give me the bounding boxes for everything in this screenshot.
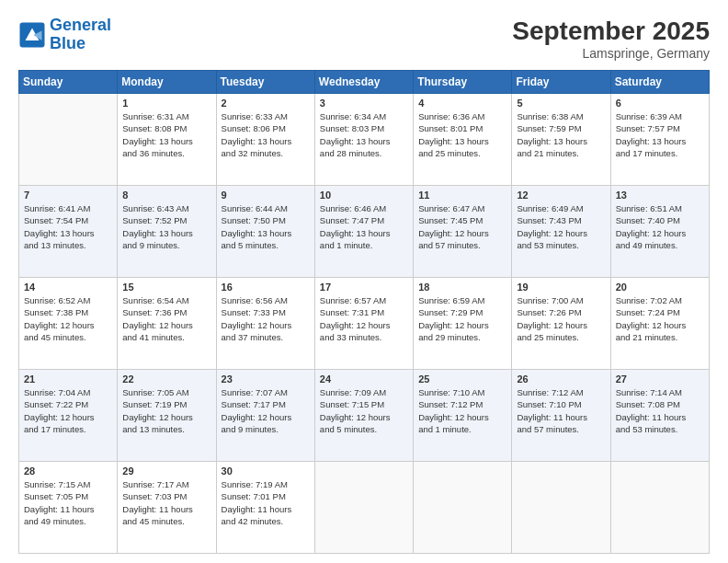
day-number: 1 [122, 98, 210, 109]
day-number: 19 [517, 282, 605, 293]
day-number: 18 [418, 282, 506, 293]
day-number: 3 [320, 98, 408, 109]
calendar-cell: 24Sunrise: 7:09 AM Sunset: 7:15 PM Dayli… [314, 370, 413, 462]
month-title: September 2025 [512, 17, 710, 46]
calendar-week-row: 28Sunrise: 7:15 AM Sunset: 7:05 PM Dayli… [19, 462, 710, 554]
calendar-week-row: 1Sunrise: 6:31 AM Sunset: 8:08 PM Daylig… [19, 94, 710, 186]
day-number: 2 [222, 98, 310, 109]
calendar-cell: 1Sunrise: 6:31 AM Sunset: 8:08 PM Daylig… [118, 94, 216, 186]
cell-info: Sunrise: 7:09 AM Sunset: 7:15 PM Dayligh… [320, 386, 408, 435]
cell-info: Sunrise: 6:44 AM Sunset: 7:50 PM Dayligh… [222, 202, 310, 251]
calendar-cell: 27Sunrise: 7:14 AM Sunset: 7:08 PM Dayli… [610, 370, 709, 462]
cell-info: Sunrise: 6:34 AM Sunset: 8:03 PM Dayligh… [320, 110, 408, 159]
cell-info: Sunrise: 7:15 AM Sunset: 7:05 PM Dayligh… [24, 478, 112, 527]
day-number: 16 [222, 282, 310, 293]
calendar-cell: 6Sunrise: 6:39 AM Sunset: 7:57 PM Daylig… [610, 94, 709, 186]
day-number: 12 [517, 190, 605, 201]
day-number: 9 [222, 190, 310, 201]
calendar-cell: 22Sunrise: 7:05 AM Sunset: 7:19 PM Dayli… [118, 370, 216, 462]
cell-info: Sunrise: 6:41 AM Sunset: 7:54 PM Dayligh… [24, 202, 112, 251]
calendar-cell: 28Sunrise: 7:15 AM Sunset: 7:05 PM Dayli… [19, 462, 118, 554]
cell-info: Sunrise: 6:31 AM Sunset: 8:08 PM Dayligh… [122, 110, 210, 159]
header: General Blue September 2025 Lamspringe, … [18, 17, 710, 61]
calendar-cell: 2Sunrise: 6:33 AM Sunset: 8:06 PM Daylig… [216, 94, 314, 186]
cell-info: Sunrise: 6:57 AM Sunset: 7:31 PM Dayligh… [320, 294, 408, 343]
day-number: 30 [222, 465, 310, 477]
day-number: 22 [122, 373, 210, 385]
day-number: 17 [320, 282, 408, 293]
calendar-cell: 5Sunrise: 6:38 AM Sunset: 7:59 PM Daylig… [512, 94, 610, 186]
calendar-cell: 30Sunrise: 7:19 AM Sunset: 7:01 PM Dayli… [216, 462, 314, 554]
calendar-cell: 26Sunrise: 7:12 AM Sunset: 7:10 PM Dayli… [512, 370, 610, 462]
calendar-header-row: SundayMondayTuesdayWednesdayThursdayFrid… [19, 71, 710, 94]
calendar-cell: 3Sunrise: 6:34 AM Sunset: 8:03 PM Daylig… [314, 94, 413, 186]
cell-info: Sunrise: 6:56 AM Sunset: 7:33 PM Dayligh… [222, 294, 310, 343]
cell-info: Sunrise: 7:05 AM Sunset: 7:19 PM Dayligh… [122, 386, 210, 435]
day-number: 23 [222, 373, 310, 385]
cell-info: Sunrise: 7:17 AM Sunset: 7:03 PM Dayligh… [122, 478, 210, 527]
day-number: 13 [616, 190, 704, 201]
calendar-cell: 23Sunrise: 7:07 AM Sunset: 7:17 PM Dayli… [216, 370, 314, 462]
cell-info: Sunrise: 7:14 AM Sunset: 7:08 PM Dayligh… [616, 386, 704, 435]
calendar-cell [610, 462, 709, 554]
day-number: 11 [418, 190, 506, 201]
cell-info: Sunrise: 6:59 AM Sunset: 7:29 PM Dayligh… [418, 294, 506, 343]
day-number: 6 [616, 98, 704, 109]
cell-info: Sunrise: 7:02 AM Sunset: 7:24 PM Dayligh… [616, 294, 704, 343]
cell-info: Sunrise: 7:12 AM Sunset: 7:10 PM Dayligh… [517, 386, 605, 435]
cell-info: Sunrise: 7:00 AM Sunset: 7:26 PM Dayligh… [517, 294, 605, 343]
calendar-cell: 14Sunrise: 6:52 AM Sunset: 7:38 PM Dayli… [19, 278, 118, 370]
calendar-cell: 18Sunrise: 6:59 AM Sunset: 7:29 PM Dayli… [414, 278, 512, 370]
calendar-cell: 25Sunrise: 7:10 AM Sunset: 7:12 PM Dayli… [414, 370, 512, 462]
location: Lamspringe, Germany [512, 46, 710, 61]
cell-info: Sunrise: 7:07 AM Sunset: 7:17 PM Dayligh… [222, 386, 310, 435]
day-number: 24 [320, 373, 408, 385]
calendar-table: SundayMondayTuesdayWednesdayThursdayFrid… [18, 70, 710, 554]
day-header-friday: Friday [512, 71, 610, 94]
day-number: 28 [24, 465, 112, 477]
calendar-cell: 8Sunrise: 6:43 AM Sunset: 7:52 PM Daylig… [118, 186, 216, 278]
calendar-cell: 4Sunrise: 6:36 AM Sunset: 8:01 PM Daylig… [414, 94, 512, 186]
calendar-cell [512, 462, 610, 554]
day-header-monday: Monday [118, 71, 216, 94]
day-number: 25 [418, 373, 506, 385]
cell-info: Sunrise: 7:10 AM Sunset: 7:12 PM Dayligh… [418, 386, 506, 435]
day-number: 15 [122, 282, 210, 293]
day-number: 8 [122, 190, 210, 201]
day-number: 5 [517, 98, 605, 109]
calendar-cell: 19Sunrise: 7:00 AM Sunset: 7:26 PM Dayli… [512, 278, 610, 370]
day-number: 29 [122, 465, 210, 477]
calendar-week-row: 14Sunrise: 6:52 AM Sunset: 7:38 PM Dayli… [19, 278, 710, 370]
calendar-cell [314, 462, 413, 554]
day-number: 27 [616, 373, 704, 385]
logo-text: General Blue [50, 17, 111, 53]
logo: General Blue [18, 17, 111, 53]
calendar-cell: 13Sunrise: 6:51 AM Sunset: 7:40 PM Dayli… [610, 186, 709, 278]
calendar-cell [19, 94, 118, 186]
day-header-wednesday: Wednesday [314, 71, 413, 94]
logo-line2: Blue [50, 34, 85, 52]
calendar-cell: 12Sunrise: 6:49 AM Sunset: 7:43 PM Dayli… [512, 186, 610, 278]
calendar-cell: 9Sunrise: 6:44 AM Sunset: 7:50 PM Daylig… [216, 186, 314, 278]
cell-info: Sunrise: 6:49 AM Sunset: 7:43 PM Dayligh… [517, 202, 605, 251]
cell-info: Sunrise: 6:38 AM Sunset: 7:59 PM Dayligh… [517, 110, 605, 159]
calendar-cell [414, 462, 512, 554]
calendar-cell: 10Sunrise: 6:46 AM Sunset: 7:47 PM Dayli… [314, 186, 413, 278]
cell-info: Sunrise: 6:52 AM Sunset: 7:38 PM Dayligh… [24, 294, 112, 343]
calendar-cell: 16Sunrise: 6:56 AM Sunset: 7:33 PM Dayli… [216, 278, 314, 370]
day-header-tuesday: Tuesday [216, 71, 314, 94]
calendar-cell: 7Sunrise: 6:41 AM Sunset: 7:54 PM Daylig… [19, 186, 118, 278]
cell-info: Sunrise: 6:51 AM Sunset: 7:40 PM Dayligh… [616, 202, 704, 251]
cell-info: Sunrise: 6:36 AM Sunset: 8:01 PM Dayligh… [418, 110, 506, 159]
day-header-thursday: Thursday [414, 71, 512, 94]
day-number: 26 [517, 373, 605, 385]
day-number: 14 [24, 282, 112, 293]
day-number: 10 [320, 190, 408, 201]
day-number: 7 [24, 190, 112, 201]
cell-info: Sunrise: 6:43 AM Sunset: 7:52 PM Dayligh… [122, 202, 210, 251]
cell-info: Sunrise: 6:47 AM Sunset: 7:45 PM Dayligh… [418, 202, 506, 251]
day-number: 20 [616, 282, 704, 293]
day-header-saturday: Saturday [610, 71, 709, 94]
day-number: 4 [418, 98, 506, 109]
cell-info: Sunrise: 6:39 AM Sunset: 7:57 PM Dayligh… [616, 110, 704, 159]
